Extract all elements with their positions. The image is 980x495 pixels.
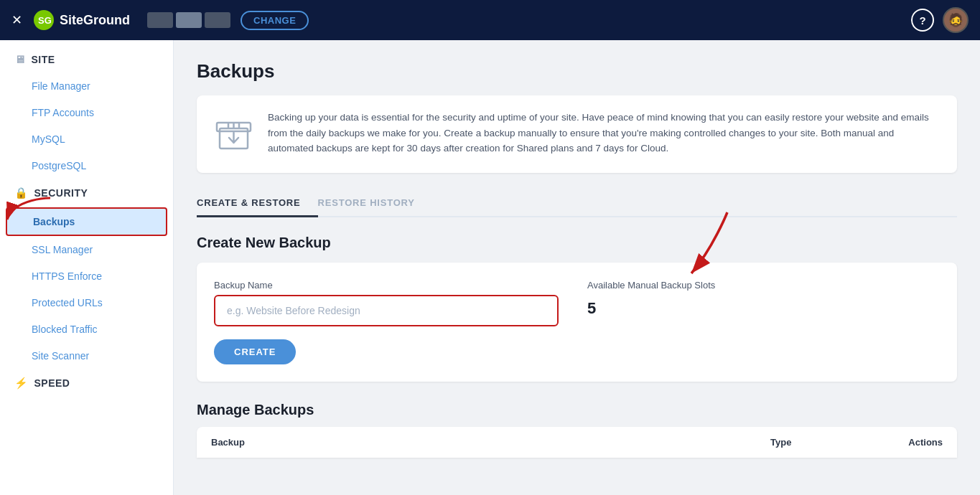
- main-content: Backups Backing up your data is essentia…: [174, 40, 980, 495]
- navbar-right: ? 🧔: [911, 7, 969, 33]
- close-button[interactable]: ✕: [11, 12, 22, 28]
- logo: SG SiteGround: [32, 9, 130, 32]
- sidebar-section-security: 🔒 Security: [0, 179, 173, 207]
- sidebar-section-speed: ⚡ Speed: [0, 369, 173, 397]
- sidebar-speed-label: Speed: [34, 377, 70, 389]
- backup-name-input[interactable]: [214, 295, 559, 326]
- info-card: Backing up your data is essential for th…: [197, 95, 957, 173]
- sidebar-item-ssl-manager[interactable]: SSL Manager: [6, 237, 167, 263]
- speed-icon: ⚡: [14, 377, 29, 390]
- navbar: ✕ SG SiteGround CHANGE ? 🧔: [0, 0, 980, 40]
- backup-icon: [214, 113, 253, 159]
- sidebar-security-label: Security: [34, 187, 88, 199]
- sidebar-item-https-enforce[interactable]: HTTPS Enforce: [6, 263, 167, 289]
- site-block-2: [176, 12, 202, 28]
- create-section-title: Create New Backup: [197, 235, 957, 251]
- table-header: Backup Type Actions: [197, 427, 957, 458]
- table-col-type: Type: [770, 437, 857, 448]
- change-button[interactable]: CHANGE: [241, 11, 309, 30]
- backup-name-label: Backup Name: [214, 280, 559, 291]
- form-row: Backup Name Available Manual Backup Slot…: [214, 280, 940, 326]
- avatar[interactable]: 🧔: [943, 7, 969, 33]
- sidebar-item-ftp-accounts[interactable]: FTP Accounts: [6, 100, 167, 126]
- security-icon: 🔒: [14, 187, 29, 199]
- slots-label: Available Manual Backup Slots: [587, 280, 715, 291]
- sidebar-item-postgresql[interactable]: PostgreSQL: [6, 153, 167, 179]
- backup-name-group: Backup Name: [214, 280, 559, 326]
- site-selector[interactable]: CHANGE: [147, 11, 309, 30]
- tabs-container: CREATE & RESTORE RESTORE HISTORY: [197, 190, 957, 217]
- sidebar-section-site: 🖥 Site: [0, 46, 173, 72]
- sidebar-item-mysql[interactable]: MySQL: [6, 126, 167, 152]
- create-card: Backup Name Available Manual Backup Slot…: [197, 263, 957, 382]
- sidebar: 🖥 Site File Manager FTP Accounts MySQL P…: [0, 40, 174, 495]
- slots-value: 5: [587, 295, 715, 318]
- manage-section-title: Manage Backups: [197, 402, 957, 418]
- sidebar-item-protected-urls[interactable]: Protected URLs: [6, 290, 167, 316]
- avatar-icon: 🧔: [948, 12, 963, 28]
- site-icon: 🖥: [14, 53, 26, 65]
- slots-group: Available Manual Backup Slots 5: [587, 280, 715, 318]
- page-title: Backups: [197, 60, 957, 82]
- create-button[interactable]: CREATE: [214, 339, 296, 364]
- svg-text:SG: SG: [38, 15, 52, 26]
- tab-restore-history[interactable]: RESTORE HISTORY: [318, 190, 432, 217]
- sidebar-item-backups[interactable]: Backups: [6, 207, 167, 236]
- app-body: 🖥 Site File Manager FTP Accounts MySQL P…: [0, 40, 980, 495]
- logo-text: SiteGround: [60, 13, 130, 28]
- sidebar-item-blocked-traffic[interactable]: Blocked Traffic: [6, 316, 167, 342]
- site-block-3: [205, 12, 230, 28]
- site-block-1: [147, 12, 173, 28]
- table-col-actions: Actions: [857, 437, 943, 448]
- logo-icon: SG: [32, 9, 55, 32]
- sidebar-item-site-scanner[interactable]: Site Scanner: [6, 343, 167, 369]
- help-button[interactable]: ?: [911, 9, 934, 32]
- table-col-backup: Backup: [211, 437, 770, 448]
- tab-create-restore[interactable]: CREATE & RESTORE: [197, 190, 318, 217]
- info-card-text: Backing up your data is essential for th…: [268, 110, 940, 156]
- sidebar-site-label: Site: [32, 54, 55, 65]
- sidebar-item-file-manager[interactable]: File Manager: [6, 73, 167, 99]
